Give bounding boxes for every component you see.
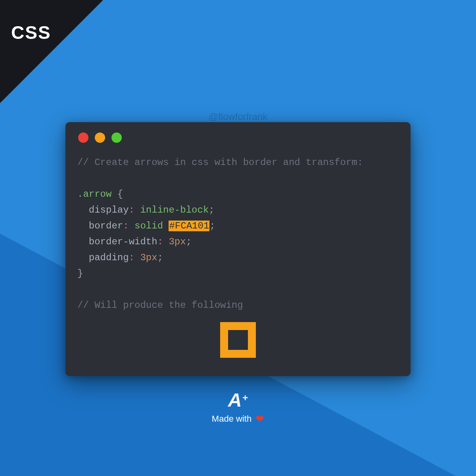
corner-label: CSS bbox=[11, 22, 51, 43]
code-window: // Create arrows in css with border and … bbox=[65, 122, 411, 376]
made-with-line: Made with ❤ bbox=[212, 414, 264, 424]
prop-display: display bbox=[89, 205, 129, 215]
traffic-lights bbox=[77, 132, 399, 143]
code-block: // Create arrows in css with border and … bbox=[77, 155, 399, 313]
val-border-solid: solid bbox=[134, 221, 163, 231]
logo-letter: A bbox=[228, 391, 241, 410]
code-comment-top: // Create arrows in css with border and … bbox=[77, 157, 363, 168]
made-with-text: Made with bbox=[212, 414, 251, 424]
code-comment-bottom: // Will produce the following bbox=[77, 300, 243, 311]
prop-border: border bbox=[89, 221, 123, 231]
prop-border-width: border-width bbox=[89, 236, 157, 247]
author-handle: @flowforfrank bbox=[0, 111, 476, 122]
val-display: inline-block bbox=[140, 205, 209, 215]
val-border-width: 3px bbox=[169, 236, 186, 247]
minimize-icon bbox=[95, 132, 105, 143]
demo-output bbox=[77, 322, 399, 358]
close-icon bbox=[78, 132, 88, 143]
prop-padding: padding bbox=[89, 252, 129, 263]
code-selector: .arrow bbox=[77, 189, 111, 200]
corner-triangle bbox=[0, 0, 103, 103]
brace-close: } bbox=[77, 268, 83, 279]
heart-icon: ❤ bbox=[255, 414, 264, 424]
logo-plus: + bbox=[242, 392, 248, 403]
logo: A + bbox=[228, 391, 248, 410]
zoom-icon bbox=[111, 132, 122, 143]
footer: A + Made with ❤ bbox=[0, 391, 476, 424]
demo-square-icon bbox=[220, 322, 256, 358]
card: CSS @flowforfrank // Create arrows in cs… bbox=[0, 0, 476, 476]
val-padding: 3px bbox=[140, 252, 157, 263]
brace-open: { bbox=[117, 189, 123, 200]
val-border-color-highlight: #FCA101 bbox=[169, 221, 209, 231]
